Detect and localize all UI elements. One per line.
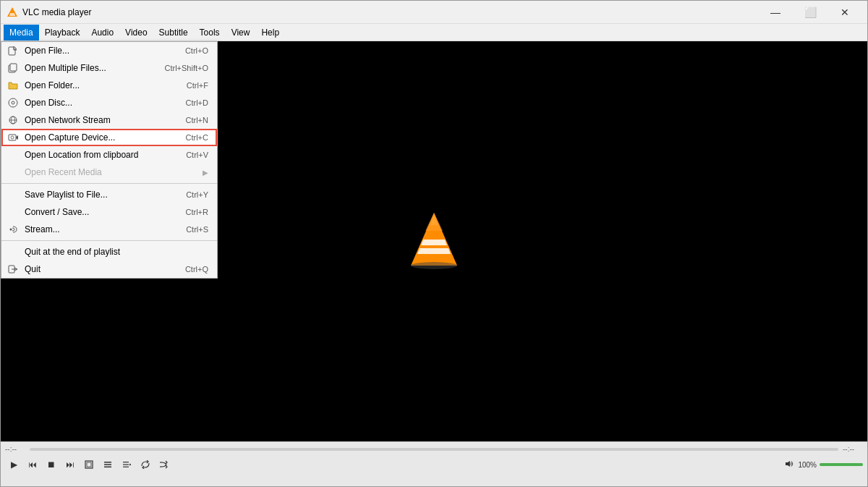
svg-point-15	[11, 136, 14, 139]
menu-item-help[interactable]: Help	[255, 25, 285, 41]
extended-settings-button[interactable]	[99, 456, 116, 473]
volume-area: 100%	[785, 460, 863, 470]
settings-icon	[103, 460, 112, 469]
elapsed-time: --:--	[5, 445, 25, 453]
submenu-arrow-icon: ▶	[203, 169, 208, 177]
progress-bar[interactable]	[30, 448, 838, 451]
svg-marker-38	[786, 461, 790, 467]
menu-item-view[interactable]: View	[226, 25, 256, 41]
menu-open-recent[interactable]: Open Recent Media ▶	[1, 164, 217, 181]
next-button[interactable]: ⏭	[61, 456, 79, 473]
prev-button[interactable]: ⏮	[24, 456, 41, 473]
progress-row: --:-- --:--	[5, 445, 863, 453]
menu-open-file[interactable]: Open File... Ctrl+O	[1, 42, 217, 59]
menu-open-network[interactable]: Open Network Stream Ctrl+N	[1, 111, 217, 129]
menu-convert-save[interactable]: Convert / Save... Ctrl+R	[1, 203, 217, 221]
stop-button[interactable]: ⏹	[43, 456, 60, 473]
menu-bar: Media Playback Audio Video Subtitle Tool…	[1, 24, 867, 41]
controls-bar: --:-- --:-- ▶ ⏮ ⏹ ⏭	[1, 441, 867, 486]
open-network-icon	[7, 114, 19, 126]
separator-1	[1, 183, 217, 184]
svg-marker-5	[14, 46, 17, 49]
stream-icon	[7, 224, 19, 235]
volume-slider[interactable]	[820, 463, 863, 466]
svg-rect-34	[123, 467, 129, 467]
svg-rect-33	[123, 464, 129, 465]
menu-item-audio[interactable]: Audio	[85, 25, 119, 41]
menu-item-video[interactable]: Video	[119, 25, 153, 41]
svg-point-8	[9, 98, 17, 107]
volume-fill	[820, 463, 863, 466]
menu-open-disc[interactable]: Open Disc... Ctrl+D	[1, 94, 217, 111]
speaker-icon	[785, 460, 795, 470]
svg-rect-29	[104, 462, 111, 463]
open-folder-icon	[7, 80, 19, 91]
random-icon	[159, 460, 169, 469]
separator-2	[1, 240, 217, 241]
random-button[interactable]	[156, 456, 173, 473]
open-capture-icon	[7, 132, 19, 143]
window-controls: — ⬜ ✕	[759, 1, 861, 23]
fullscreen-icon	[85, 460, 93, 469]
save-playlist-icon	[7, 189, 19, 200]
menu-item-tools[interactable]: Tools	[194, 25, 226, 41]
quit-icon	[7, 263, 19, 275]
vlc-window: VLC media player — ⬜ ✕ Media Playback Au…	[0, 0, 868, 487]
open-recent-icon	[7, 166, 19, 178]
maximize-button[interactable]: ⬜	[793, 1, 827, 23]
menu-open-multiple[interactable]: Open Multiple Files... Ctrl+Shift+O	[1, 59, 217, 77]
window-title: VLC media player	[22, 7, 759, 17]
loop-button[interactable]	[137, 456, 154, 473]
convert-save-icon	[7, 206, 19, 218]
playlist-icon	[122, 460, 131, 469]
volume-label: 100%	[798, 461, 817, 469]
menu-open-capture[interactable]: Open Capture Device... Ctrl+C	[1, 129, 217, 146]
minimize-button[interactable]: —	[759, 1, 792, 23]
svg-rect-7	[10, 64, 17, 71]
close-button[interactable]: ✕	[828, 1, 861, 23]
svg-point-16	[10, 229, 12, 231]
open-file-icon	[7, 45, 19, 56]
vlc-cone-logo	[405, 209, 463, 274]
svg-marker-23	[417, 248, 451, 254]
quit-end-icon	[7, 246, 19, 258]
title-bar: VLC media player — ⬜ ✕	[1, 1, 867, 24]
menu-item-subtitle[interactable]: Subtitle	[153, 25, 194, 41]
menu-item-playback[interactable]: Playback	[39, 25, 86, 41]
svg-rect-3	[9, 14, 15, 16]
svg-rect-2	[10, 13, 14, 14]
open-multiple-icon	[7, 62, 19, 74]
menu-open-location[interactable]: Open Location from clipboard Ctrl+V	[1, 146, 217, 164]
svg-rect-13	[9, 135, 16, 140]
media-dropdown: Open File... Ctrl+O Open Multiple Files.…	[1, 41, 218, 279]
svg-marker-22	[421, 240, 447, 245]
svg-rect-28	[87, 462, 91, 467]
menu-item-media[interactable]: Media	[4, 25, 39, 41]
play-button[interactable]: ▶	[5, 456, 22, 473]
svg-point-25	[411, 262, 457, 269]
fullscreen-button[interactable]	[80, 456, 98, 473]
svg-rect-31	[104, 467, 111, 468]
menu-quit[interactable]: Quit Ctrl+Q	[1, 261, 217, 278]
menu-stream[interactable]: Stream... Ctrl+S	[1, 221, 217, 238]
svg-marker-35	[129, 464, 131, 466]
menu-quit-end[interactable]: Quit at the end of playlist	[1, 243, 217, 261]
menu-open-folder[interactable]: Open Folder... Ctrl+F	[1, 77, 217, 94]
app-icon	[7, 7, 18, 18]
total-time: --:--	[843, 445, 863, 453]
playback-controls: ▶ ⏮ ⏹ ⏭ 100%	[5, 456, 863, 473]
loop-icon	[140, 460, 150, 469]
svg-rect-27	[85, 461, 93, 468]
svg-point-9	[12, 101, 14, 104]
menu-save-playlist[interactable]: Save Playlist to File... Ctrl+Y	[1, 186, 217, 203]
open-disc-icon	[7, 97, 19, 109]
open-location-icon	[7, 149, 19, 161]
playlist-button[interactable]	[118, 456, 135, 473]
svg-rect-32	[123, 462, 129, 462]
svg-rect-30	[104, 464, 111, 465]
